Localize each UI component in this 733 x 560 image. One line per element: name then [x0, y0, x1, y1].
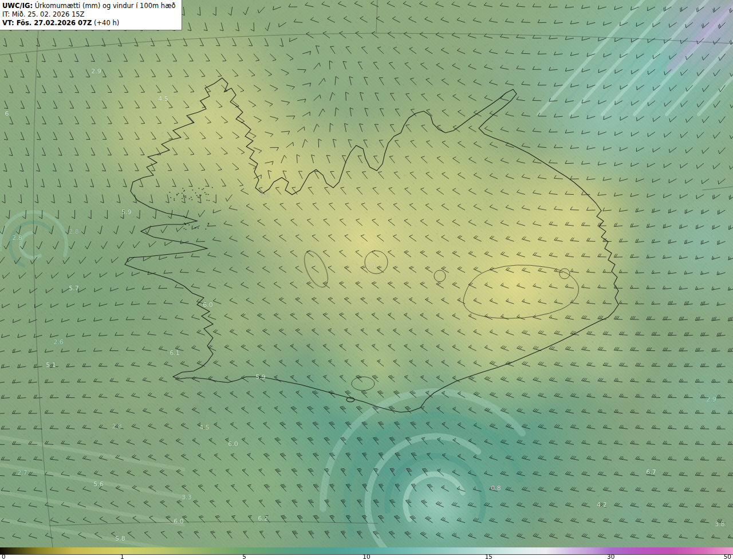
product-id: UWC/IG:: [2, 2, 33, 10]
valid-offset: (+40 h): [92, 19, 119, 27]
colorbar-tick-label: 50: [724, 554, 731, 560]
weather-map-screen: 2.94.564.65.92.82.81.15.76.02.65.16.15.9…: [0, 0, 733, 560]
colorbar-tick-label: 5: [242, 554, 246, 560]
colorbar-labels: 01510153050: [0, 554, 733, 560]
map-title-box: UWC/IG: Úrkomumætti (mm) og vindur í 100…: [0, 0, 182, 30]
title-line-init: IT: Mið. 25. 02. 2026 15Z: [2, 10, 176, 19]
valid-time: VT: Fös. 27.02.2026 07Z: [2, 19, 92, 27]
precipitation-colorbar: 01510153050: [0, 547, 733, 560]
product-title: Úrkomumætti (mm) og vindur í 100m hæð: [33, 2, 176, 10]
title-line-valid: VT: Fös. 27.02.2026 07Z (+40 h): [2, 19, 176, 27]
colorbar-tick-label: 0: [2, 554, 6, 560]
colorbar-tick-label: 30: [607, 554, 614, 560]
colorbar-tick-label: 15: [485, 554, 492, 560]
precipitation-wind-field-canvas: [0, 0, 733, 547]
title-line-product: UWC/IG: Úrkomumætti (mm) og vindur í 100…: [2, 2, 176, 10]
colorbar-tick-label: 1: [120, 554, 124, 560]
colorbar-tick-label: 10: [362, 554, 370, 560]
